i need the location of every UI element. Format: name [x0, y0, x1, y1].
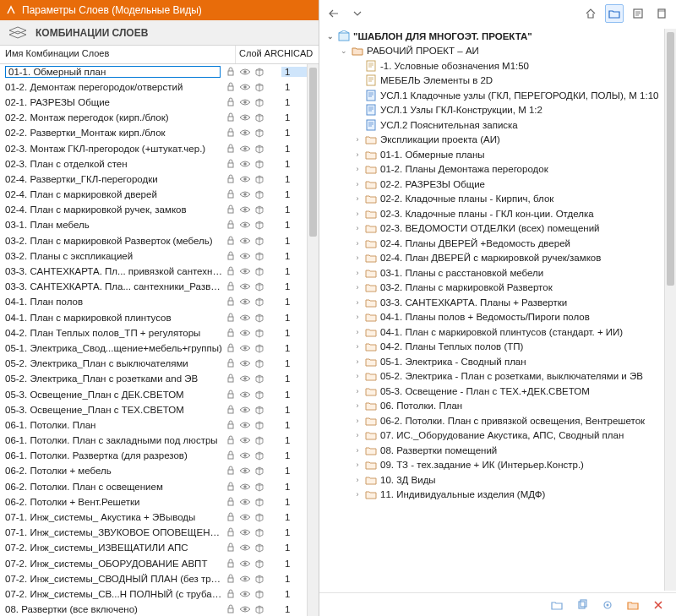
eye-icon[interactable] — [239, 498, 251, 506]
combination-row[interactable]: 04-1. План с маркировкой плинтусов1 — [0, 310, 307, 325]
twisty-icon[interactable]: ⌄ — [326, 32, 335, 41]
eye-icon[interactable] — [239, 575, 251, 583]
model-icon[interactable] — [254, 174, 264, 184]
combination-row[interactable]: 03-2. Планы с экспликацией1 — [0, 248, 307, 264]
right-scrollbar[interactable] — [664, 29, 676, 591]
eye-icon[interactable] — [239, 605, 251, 613]
combination-row[interactable]: 05-2. Электрика_План с розетками and ЭВ1 — [0, 372, 307, 387]
eye-icon[interactable] — [239, 359, 251, 368]
eye-icon[interactable] — [239, 559, 251, 568]
model-icon[interactable] — [254, 220, 264, 230]
eye-icon[interactable] — [239, 282, 251, 291]
eye-icon[interactable] — [239, 329, 251, 337]
eye-icon[interactable] — [239, 374, 251, 383]
eye-icon[interactable] — [239, 421, 251, 429]
twisty-icon[interactable]: › — [353, 239, 362, 248]
tree-item[interactable]: УСЛ.2 Пояснительная записка — [323, 117, 664, 133]
lock-icon[interactable] — [226, 220, 236, 230]
eye-icon[interactable] — [239, 590, 251, 598]
eye-icon[interactable] — [239, 513, 251, 521]
twisty-icon[interactable]: ⌄ — [340, 46, 348, 55]
col-layer[interactable]: Слой ARCHICAD — [236, 46, 319, 63]
eye-icon[interactable] — [239, 113, 251, 122]
lock-icon[interactable] — [226, 466, 236, 476]
combination-row[interactable]: 04-2. План Теплых полов_ТП + регуляторы1 — [0, 325, 307, 341]
eye-icon[interactable] — [239, 221, 251, 229]
tree-item[interactable]: ›07. ИС._Оборудование Акустика, АПС, Сво… — [323, 428, 664, 444]
sheet-tab-icon[interactable] — [629, 4, 647, 23]
combination-row[interactable]: 07-1. Инж_системы_ Акустика + ЭВыводы1 — [0, 510, 307, 525]
lock-icon[interactable] — [226, 450, 236, 461]
tree-item[interactable]: МЕБЕЛЬ Элементы в 2D — [323, 74, 664, 89]
lock-icon[interactable] — [226, 420, 236, 430]
lock-icon[interactable] — [226, 405, 236, 415]
model-icon[interactable] — [254, 343, 264, 353]
eye-icon[interactable] — [239, 175, 251, 183]
lock-icon[interactable] — [226, 497, 236, 507]
model-icon[interactable] — [254, 251, 264, 261]
combination-row[interactable]: 07-2. Инж_системы_ОБОРУДОВАНИЕ АВПТ1 — [0, 556, 307, 571]
lock-icon[interactable] — [226, 435, 236, 445]
eye-icon[interactable] — [239, 237, 251, 245]
model-icon[interactable] — [254, 373, 264, 384]
tree-item[interactable]: ›Экспликации проекта (АИ) — [323, 133, 664, 148]
tree-item[interactable]: ›05-3. Освещение - План с ТЕХ.+ДЕК.СВЕТО… — [323, 384, 664, 399]
lock-icon[interactable] — [226, 512, 236, 522]
combination-row[interactable]: 02-3. Монтаж ГКЛ-прегородок (+штукат.чер… — [0, 141, 307, 156]
model-icon[interactable] — [254, 358, 264, 368]
model-icon[interactable] — [254, 189, 264, 199]
model-icon[interactable] — [254, 159, 264, 169]
lock-icon[interactable] — [226, 343, 236, 353]
twisty-icon[interactable]: › — [353, 194, 362, 203]
combination-row[interactable]: 03-3. САНТЕХКАРТА. Пл... привязкой санте… — [0, 264, 307, 279]
eye-icon[interactable] — [239, 83, 251, 91]
tree-item[interactable]: ›03-2. Планы с маркировкой Разверток — [323, 281, 664, 296]
eye-icon[interactable] — [239, 482, 251, 491]
model-icon[interactable] — [254, 527, 264, 537]
twisty-icon[interactable]: › — [353, 224, 362, 232]
nav-dropdown-icon[interactable] — [348, 4, 367, 23]
twisty-icon[interactable]: › — [353, 372, 362, 380]
combination-row[interactable]: 02-4. План с маркировкой ручек, замков1 — [0, 203, 307, 218]
combination-row[interactable]: 06-1. Потолки. План с закладными под люс… — [0, 433, 307, 449]
tree-item[interactable]: ›08. Развертки помещений — [323, 443, 664, 458]
twisty-icon[interactable]: › — [353, 461, 362, 469]
combination-row[interactable]: 06-1. Потолки. Развертка (для разрезов)1 — [0, 449, 307, 464]
twisty-icon[interactable]: › — [353, 135, 362, 144]
lock-icon[interactable] — [226, 159, 236, 169]
lock-icon[interactable] — [226, 144, 236, 154]
model-icon[interactable] — [254, 604, 264, 614]
model-icon[interactable] — [254, 128, 264, 138]
twisty-icon[interactable]: › — [353, 431, 362, 439]
model-icon[interactable] — [254, 405, 264, 415]
lock-icon[interactable] — [226, 189, 236, 199]
tree-item[interactable]: ›05-1. Электрика - Сводный план — [323, 354, 664, 369]
tree-item[interactable]: ›11. Индивидуальные изделия (МДФ) — [323, 488, 664, 503]
combination-row[interactable]: 03-3. САНТЕХКАРТА. Пла... сантехники_Раз… — [0, 280, 307, 295]
lock-icon[interactable] — [226, 281, 236, 292]
eye-icon[interactable] — [239, 528, 251, 537]
tree-item[interactable]: ›04-1. План с маркировкой плинтусов (ста… — [323, 324, 664, 340]
tree-item[interactable]: ›06-2. Потолки. План с привязкой освещен… — [323, 413, 664, 428]
tree-item[interactable]: -1. Условные обозначения М1:50 — [323, 58, 664, 74]
tree-item[interactable]: ›09. ТЗ - тех.задание + ИК (Интерьер.Кон… — [323, 458, 664, 473]
tree-item[interactable]: ›02-4. Планы ДВЕРЕЙ +Ведомость дверей — [323, 236, 664, 251]
eye-icon[interactable] — [239, 436, 251, 444]
twisty-icon[interactable]: › — [353, 342, 362, 351]
lock-icon[interactable] — [226, 82, 236, 92]
scrollbar-thumb[interactable] — [309, 68, 317, 237]
eye-icon[interactable] — [239, 98, 251, 106]
lock-icon[interactable] — [226, 236, 236, 246]
tree-item[interactable]: ›10. 3Д Виды — [323, 472, 664, 488]
eye-icon[interactable] — [239, 205, 251, 214]
copy-icon[interactable] — [573, 596, 592, 614]
combination-row[interactable]: 04-1. План полов1 — [0, 295, 307, 310]
model-icon[interactable] — [254, 266, 264, 276]
lock-icon[interactable] — [226, 358, 236, 368]
combination-row[interactable]: 07-2. Инж_системы_ИЗВЕЩАТИЛИ АПС1 — [0, 541, 307, 556]
eye-icon[interactable] — [239, 144, 251, 153]
model-icon[interactable] — [254, 482, 264, 492]
combination-row[interactable]: 08. Развертки (все включено)1 — [0, 602, 307, 616]
tree-item[interactable]: ›02-2. Кладочные планы - Кирпич, блок — [323, 192, 664, 207]
model-icon[interactable] — [254, 589, 264, 599]
